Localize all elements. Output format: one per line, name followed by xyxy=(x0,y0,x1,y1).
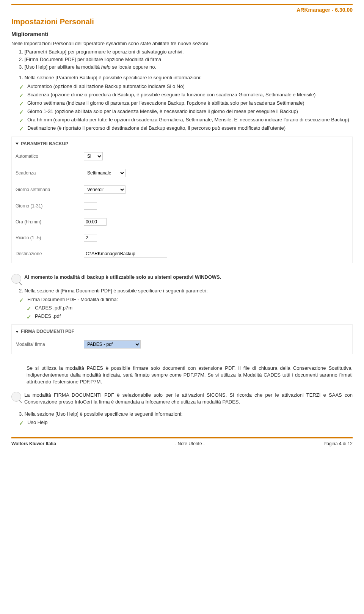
check-list-1: Automatico (opzione di abilitazione Back… xyxy=(19,83,353,132)
check-list-2: Firma Documenti PDF - Modalità di firma: xyxy=(19,296,353,303)
note-1: Al momento la modalità di backup è utili… xyxy=(11,274,353,284)
check-item: Giorno settimana (indicare il giorno di … xyxy=(19,100,353,107)
row-ora: Ora (hh:mm) xyxy=(16,218,352,226)
product-header: ARKmanager - 6.30.00 xyxy=(11,6,353,14)
page-footer: Wolters Kluwer Italia - Note Utente - Pa… xyxy=(11,437,353,447)
check-item: Destinazione (è riportato il percorso di… xyxy=(19,125,353,132)
giorno-131-input[interactable] xyxy=(84,202,97,210)
row-automatico: Automatico Si xyxy=(16,152,352,160)
automatico-select[interactable]: Si xyxy=(84,152,103,160)
row-riciclo: Riciclo (1 -5) xyxy=(16,234,352,242)
modalita-firma-select[interactable]: PADES - pdf xyxy=(84,340,141,349)
intro-text: Nelle Impostazioni Personali dell'operat… xyxy=(11,40,353,47)
panel-header[interactable]: PARAMETRI BACKUP xyxy=(16,141,352,147)
note-2: La modalità FIRMA DOCUMENTI PDF è selezi… xyxy=(11,392,353,407)
magnifier-icon xyxy=(11,274,21,284)
numbered-item: 1. [Parametri Backup] per programmare le… xyxy=(19,49,353,55)
row-giorno-131: Giorno (1-31) xyxy=(16,202,352,210)
check-item: Firma Documenti PDF - Modalità di firma: xyxy=(19,296,353,303)
parametri-backup-panel: PARAMETRI BACKUP Automatico Si Scadenza … xyxy=(11,137,353,264)
top-rule xyxy=(11,4,353,5)
numbered-item: 3. [Uso Help] per abilitare la modalità … xyxy=(19,64,353,71)
note-2-text: La modalità FIRMA DOCUMENTI PDF è selezi… xyxy=(24,392,353,405)
numbered-list: 1. [Parametri Backup] per programmare le… xyxy=(19,49,353,71)
check-item: Scadenza (opzione di inizio procedura di… xyxy=(19,91,353,98)
footer-left: Wolters Kluwer Italia xyxy=(11,441,56,447)
check-item: PADES .pdf xyxy=(27,313,353,320)
panel-title: FIRMA DOCUMENTI PDF xyxy=(21,328,74,335)
ora-input[interactable] xyxy=(84,218,107,226)
chevron-down-icon xyxy=(16,143,19,145)
row-scadenza: Scadenza Settimanale xyxy=(16,169,352,177)
row-giorno-settimana: Giorno settimana Venerdi' xyxy=(16,185,352,194)
magnifier-icon xyxy=(11,392,21,402)
check-item: Giorno 1-31 (opzione abilitata solo per … xyxy=(19,108,353,115)
section-subtitle: Miglioramenti xyxy=(11,30,353,38)
row-modalita-firma: Modalita' firma PADES - pdf xyxy=(16,340,352,349)
scadenza-select[interactable]: Settimanale xyxy=(84,169,126,177)
destinazione-input[interactable] xyxy=(84,250,167,258)
giorno-settimana-select[interactable]: Venerdi' xyxy=(84,185,126,194)
section-title: Impostazioni Personali xyxy=(11,16,353,27)
check-list-2-nested: CADES .pdf.p7m PADES .pdf xyxy=(27,305,353,320)
check-list-3: Uso Help xyxy=(19,419,353,426)
check-item: CADES .pdf.p7m xyxy=(27,305,353,311)
footer-center: - Note Utente - xyxy=(175,441,205,447)
riciclo-input[interactable] xyxy=(84,234,97,242)
check-item: Uso Help xyxy=(19,419,353,426)
chevron-down-icon xyxy=(16,331,19,333)
pades-paragraph: Se si utilizza la modalità PADES è possi… xyxy=(27,365,353,386)
panel-header[interactable]: FIRMA DOCUMENTI PDF xyxy=(16,328,352,335)
note-1-text: Al momento la modalità di backup è utili… xyxy=(24,274,353,281)
lead-3: 3. Nella sezione [Uso Help] è possibile … xyxy=(19,411,353,418)
firma-documenti-panel: FIRMA DOCUMENTI PDF Modalita' firma PADE… xyxy=(11,324,353,354)
numbered-item: 2. [Firma Documenti PDF] per abilitare l… xyxy=(19,56,353,63)
lead-1: 1. Nella sezione [Parametri Backup] è po… xyxy=(19,74,353,81)
check-item: Automatico (opzione di abilitazione Back… xyxy=(19,83,353,90)
row-destinazione: Destinazione xyxy=(16,250,352,258)
panel-title: PARAMETRI BACKUP xyxy=(21,141,68,147)
lead-2: 2. Nella sezione di [Firma Documenti PDF… xyxy=(19,287,353,294)
footer-right: Pagina 4 di 12 xyxy=(323,441,353,447)
check-item: Ora hh:mm (campo abilitato per tutte le … xyxy=(19,116,353,123)
